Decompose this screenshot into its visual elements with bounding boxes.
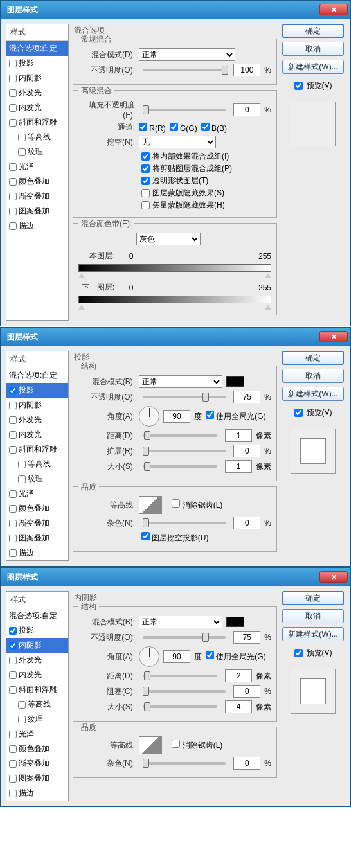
preview-checkbox[interactable] xyxy=(294,82,303,90)
style-checkbox[interactable] xyxy=(9,446,17,454)
style-item-8[interactable]: 光泽 xyxy=(6,486,68,501)
global-light-checkbox[interactable] xyxy=(206,411,214,419)
style-checkbox[interactable] xyxy=(9,775,17,783)
ok-button[interactable]: 确定 xyxy=(282,591,344,605)
value-input[interactable] xyxy=(233,64,260,76)
style-item-6[interactable]: 等高线 xyxy=(6,457,68,472)
style-item-1[interactable]: 投影 xyxy=(6,383,68,398)
style-checkbox[interactable] xyxy=(9,505,17,513)
cancel-button[interactable]: 取消 xyxy=(282,609,344,623)
ok-button[interactable]: 确定 xyxy=(282,351,344,365)
style-item-9[interactable]: 颜色叠加 xyxy=(6,174,68,189)
adv-opt-c2[interactable] xyxy=(141,164,150,173)
style-item-2[interactable]: 内阴影 xyxy=(6,71,68,85)
style-item-12[interactable]: 描边 xyxy=(6,218,68,233)
value-input[interactable] xyxy=(233,103,260,116)
close-button[interactable]: ✕ xyxy=(320,4,348,15)
style-item-4[interactable]: 内发光 xyxy=(6,100,68,115)
style-checkbox[interactable] xyxy=(9,490,17,498)
channel-b[interactable] xyxy=(201,123,210,131)
value-input[interactable] xyxy=(225,460,252,473)
style-item-7[interactable]: 纹理 xyxy=(6,472,68,486)
style-checkbox[interactable] xyxy=(9,686,17,694)
style-item-2[interactable]: 内阴影 xyxy=(6,638,68,653)
value-input[interactable] xyxy=(233,685,260,698)
style-checkbox[interactable] xyxy=(9,535,17,542)
style-checkbox[interactable] xyxy=(9,163,17,171)
style-checkbox[interactable] xyxy=(9,222,17,230)
style-item-2[interactable]: 内阴影 xyxy=(6,398,68,412)
style-item-0[interactable]: 混合选项:自定 xyxy=(6,41,68,56)
value-input[interactable] xyxy=(233,445,260,457)
style-item-8[interactable]: 光泽 xyxy=(6,159,68,174)
style-item-9[interactable]: 颜色叠加 xyxy=(6,741,68,756)
value-input[interactable] xyxy=(225,429,252,442)
antialias-checkbox[interactable] xyxy=(172,499,180,508)
style-item-5[interactable]: 斜面和浮雕 xyxy=(6,682,68,697)
style-item-6[interactable]: 等高线 xyxy=(6,130,68,145)
style-checkbox[interactable] xyxy=(9,402,17,409)
angle-input[interactable] xyxy=(163,650,190,663)
global-light-checkbox[interactable] xyxy=(206,651,214,659)
style-item-7[interactable]: 纹理 xyxy=(6,145,68,159)
cancel-button[interactable]: 取消 xyxy=(282,369,344,383)
style-item-0[interactable]: 混合选项:自定 xyxy=(6,368,68,383)
style-item-10[interactable]: 渐变叠加 xyxy=(6,189,68,204)
slider[interactable] xyxy=(143,434,217,437)
style-item-11[interactable]: 图案叠加 xyxy=(6,531,68,545)
color-swatch[interactable] xyxy=(226,617,244,627)
style-item-6[interactable]: 等高线 xyxy=(6,697,68,712)
style-item-5[interactable]: 斜面和浮雕 xyxy=(6,115,68,130)
new-style-button[interactable]: 新建样式(W)... xyxy=(282,627,344,641)
style-checkbox[interactable] xyxy=(18,148,26,156)
style-checkbox[interactable] xyxy=(9,642,17,650)
titlebar[interactable]: 图层样式✕ xyxy=(1,568,350,586)
close-button[interactable]: ✕ xyxy=(320,571,348,583)
preview-checkbox[interactable] xyxy=(294,409,303,417)
slider[interactable] xyxy=(143,396,226,398)
layer-knockout-checkbox[interactable] xyxy=(141,532,150,540)
style-checkbox[interactable] xyxy=(18,716,26,723)
this-layer-gradient[interactable] xyxy=(78,264,271,272)
style-checkbox[interactable] xyxy=(9,60,17,67)
slider[interactable] xyxy=(143,465,217,468)
slider[interactable] xyxy=(143,636,226,639)
style-checkbox[interactable] xyxy=(18,701,26,709)
angle-wheel[interactable] xyxy=(139,406,159,427)
style-checkbox[interactable] xyxy=(18,461,26,468)
style-checkbox[interactable] xyxy=(9,671,17,679)
value-input[interactable] xyxy=(225,669,252,682)
slider[interactable] xyxy=(143,109,226,111)
next-layer-gradient[interactable] xyxy=(78,296,271,303)
ok-button[interactable]: 确定 xyxy=(282,24,344,38)
style-checkbox[interactable] xyxy=(9,193,17,200)
style-item-0[interactable]: 混合选项:自定 xyxy=(6,608,68,623)
slider[interactable] xyxy=(143,522,226,524)
style-item-10[interactable]: 渐变叠加 xyxy=(6,516,68,531)
blend-mode-select[interactable]: 正常 xyxy=(139,375,222,388)
slider[interactable] xyxy=(143,690,226,693)
style-checkbox[interactable] xyxy=(9,178,17,186)
new-style-button[interactable]: 新建样式(W)... xyxy=(282,387,344,401)
preview-checkbox[interactable] xyxy=(294,649,303,657)
titlebar[interactable]: 图层样式✕ xyxy=(1,1,350,19)
value-input[interactable] xyxy=(233,391,260,403)
adv-opt-c5[interactable] xyxy=(141,201,150,209)
value-input[interactable] xyxy=(233,631,260,644)
value-input[interactable] xyxy=(233,517,260,529)
blendif-select[interactable]: 灰色 xyxy=(136,233,201,245)
slider[interactable] xyxy=(143,450,226,452)
style-checkbox[interactable] xyxy=(9,520,17,527)
style-checkbox[interactable] xyxy=(18,475,26,483)
style-checkbox[interactable] xyxy=(9,760,17,768)
blend-mode-select[interactable]: 正常 xyxy=(139,48,235,61)
style-checkbox[interactable] xyxy=(9,89,17,97)
style-item-11[interactable]: 图案叠加 xyxy=(6,204,68,218)
style-checkbox[interactable] xyxy=(9,104,17,112)
style-checkbox[interactable] xyxy=(9,790,17,797)
style-checkbox[interactable] xyxy=(18,134,26,141)
color-swatch[interactable] xyxy=(226,376,244,387)
adv-opt-c3[interactable] xyxy=(141,177,150,185)
cancel-button[interactable]: 取消 xyxy=(282,42,344,56)
style-item-1[interactable]: 投影 xyxy=(6,623,68,638)
